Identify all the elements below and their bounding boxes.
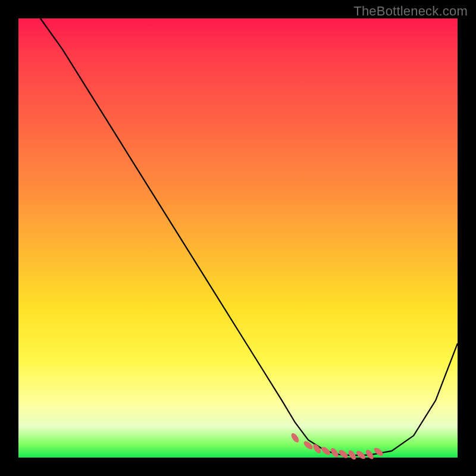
watermark-text: TheBottleneck.com: [353, 4, 468, 19]
bottleneck-curve-line: [40, 18, 458, 455]
optimal-range-markers: [290, 432, 384, 461]
chart-frame: TheBottleneck.com: [0, 0, 476, 476]
plot-area: [18, 18, 458, 458]
optimal-marker: [290, 432, 300, 444]
optimal-marker: [302, 440, 314, 450]
chart-svg: [18, 18, 458, 458]
optimal-marker: [312, 443, 322, 455]
optimal-marker: [320, 446, 332, 456]
optimal-marker: [372, 446, 384, 457]
